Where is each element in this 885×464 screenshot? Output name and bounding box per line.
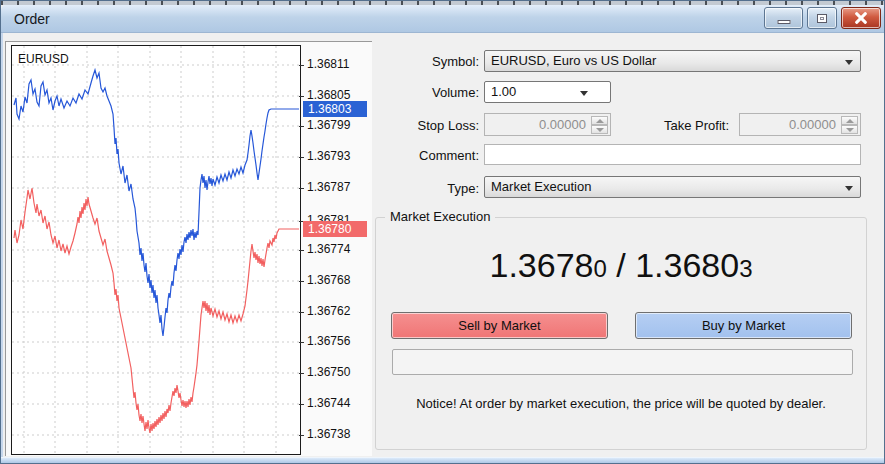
comment-label: Comment:: [367, 148, 479, 163]
minimize-button[interactable]: [764, 7, 803, 29]
chevron-down-icon: [845, 60, 853, 65]
price-axis-label: 1.36762: [307, 304, 369, 319]
bid-ask-quote: 1.36780 / 1.36803: [376, 246, 866, 285]
spin-down-icon: [841, 125, 858, 134]
price-axis-label: 1.36750: [307, 365, 369, 380]
order-type-combobox[interactable]: Market Execution: [484, 176, 861, 198]
stop-loss-value: 0.00000: [539, 117, 586, 132]
window-border-bottom: [1, 457, 885, 464]
ask-price: 1.3680: [635, 246, 739, 284]
price-axis-tick: [299, 96, 304, 97]
ask-price-marker: 1.36803: [303, 101, 367, 117]
tick-chart-panel: EURUSD 1.368111.368051.367991.367931.367…: [5, 41, 372, 456]
chevron-down-icon: [580, 91, 588, 96]
volume-label: Volume:: [367, 85, 479, 100]
price-axis-label: 1.36799: [307, 118, 369, 133]
bid-price: 1.3678: [489, 246, 593, 284]
minimize-icon: [777, 20, 790, 24]
price-axis-label: 1.36744: [307, 396, 369, 411]
close-icon: [855, 12, 868, 25]
close-button[interactable]: [841, 7, 881, 29]
market-execution-group: Market Execution 1.36780 / 1.36803 Sell …: [375, 217, 867, 450]
price-axis-tick: [299, 312, 304, 313]
price-axis-tick: [299, 373, 304, 374]
volume-value: 1.00: [491, 84, 516, 99]
price-axis-tick: [299, 404, 304, 405]
take-profit-value: 0.00000: [789, 117, 836, 132]
stop-loss-label: Stop Loss:: [367, 118, 479, 133]
price-axis-label: 1.36738: [307, 427, 369, 442]
price-axis-label: 1.36811: [307, 57, 369, 72]
window-title: Order: [14, 11, 50, 27]
ask-line: [14, 70, 299, 336]
symbol-value: EURUSD, Euro vs US Dollar: [491, 53, 656, 68]
stop-loss-spinner: [591, 116, 608, 133]
price-axis-tick: [299, 126, 304, 127]
price-axis-label: 1.36768: [307, 273, 369, 288]
price-axis-tick: [299, 281, 304, 282]
notice-text: Notice! At order by market execution, th…: [376, 396, 866, 411]
price-axis-tick: [299, 250, 304, 251]
window-border-left: [1, 33, 3, 457]
spin-up-icon: [591, 116, 608, 125]
order-type-value: Market Execution: [491, 179, 591, 194]
price-axis-tick: [299, 157, 304, 158]
price-axis-label: 1.36774: [307, 242, 369, 257]
spin-down-icon: [591, 125, 608, 134]
chart-symbol-label: EURUSD: [18, 52, 69, 66]
price-separator: /: [607, 246, 635, 284]
price-axis-label: 1.36793: [307, 149, 369, 164]
chevron-down-icon: [845, 186, 853, 191]
tick-chart: EURUSD: [11, 45, 301, 455]
bid-price-marker: 1.36780: [303, 221, 367, 237]
bid-price-last-digit: 0: [593, 255, 606, 282]
ask-price-last-digit: 3: [739, 255, 752, 282]
stop-loss-field: 0.00000: [484, 113, 611, 136]
take-profit-label: Take Profit:: [617, 118, 729, 133]
symbol-label: Symbol:: [367, 54, 479, 69]
maximize-icon: [817, 14, 827, 23]
comment-input[interactable]: [484, 144, 861, 165]
type-label: Type:: [367, 181, 479, 196]
take-profit-spinner: [841, 116, 858, 133]
price-axis-tick: [299, 342, 304, 343]
symbol-combobox[interactable]: EURUSD, Euro vs US Dollar: [484, 50, 861, 72]
price-axis-label: 1.36756: [307, 334, 369, 349]
spin-up-icon: [841, 116, 858, 125]
group-title: Market Execution: [385, 209, 495, 224]
bid-line: [14, 188, 299, 433]
order-dialog: Order EURUSD 1.368111.368051.367991.3679…: [0, 0, 885, 464]
price-axis-tick: [299, 65, 304, 66]
price-axis-tick: [299, 435, 304, 436]
buy-by-market-button[interactable]: Buy by Market: [635, 312, 852, 339]
price-axis-label: 1.36787: [307, 180, 369, 195]
tick-chart-svg: [12, 46, 300, 454]
maximize-button[interactable]: [807, 7, 837, 29]
take-profit-field: 0.00000: [739, 113, 861, 136]
price-axis-tick: [299, 188, 304, 189]
titlebar[interactable]: Order: [1, 5, 885, 33]
execution-progress-bar: [392, 349, 853, 375]
sell-by-market-button[interactable]: Sell by Market: [391, 312, 608, 339]
volume-combobox[interactable]: 1.00: [484, 81, 611, 103]
